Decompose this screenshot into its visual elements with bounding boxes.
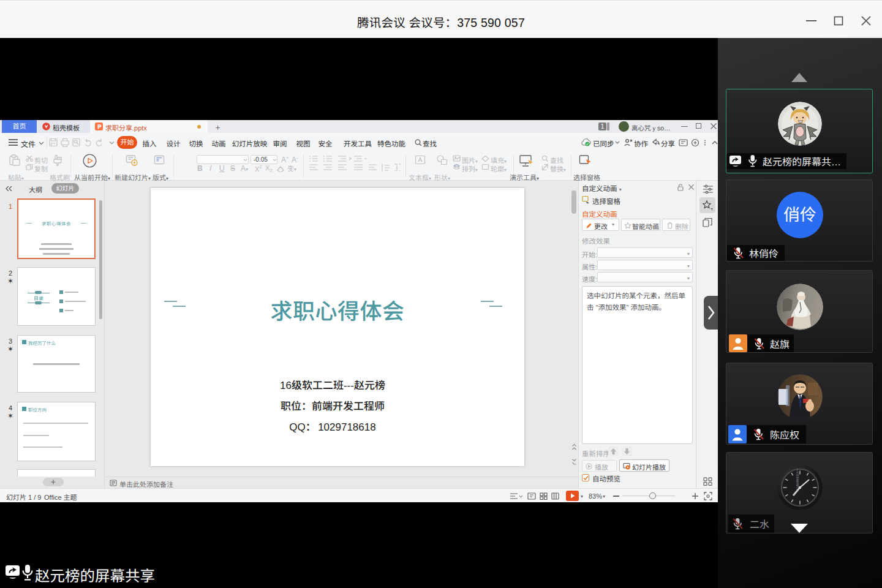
- svg-text:LUNARMEDIA™: LUNARMEDIA™: [796, 469, 799, 489]
